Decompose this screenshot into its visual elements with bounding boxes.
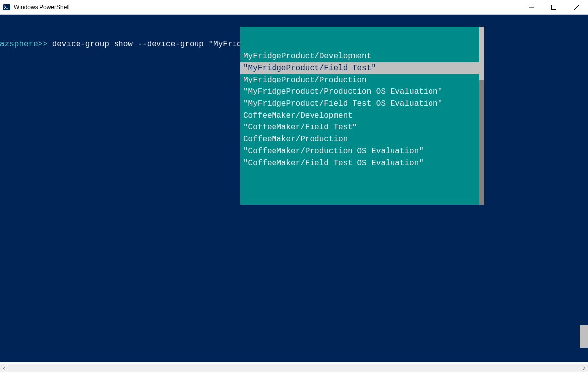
powershell-icon [3,3,11,11]
dropdown-item[interactable]: "MyFridgeProduct/Production OS Evaluatio… [240,86,484,98]
terminal-area[interactable]: azsphere>> device-group show --device-gr… [0,15,588,362]
horizontal-scrollbar[interactable] [0,364,588,372]
prompt: azsphere>> [0,40,47,49]
dropdown-scroll-thumb[interactable] [479,27,484,80]
dropdown-item[interactable]: "MyFridgeProduct/Field Test OS Evaluatio… [240,98,484,110]
scroll-left-arrow[interactable] [0,364,8,372]
close-button[interactable] [565,0,588,14]
vertical-scrollbar-thumb[interactable] [580,325,588,348]
window-title: Windows PowerShell [14,4,520,11]
command-text: device-group show --device-group [52,40,204,49]
dropdown-item[interactable]: "CoffeeMaker/Field Test OS Evaluation" [240,157,484,169]
dropdown-item[interactable]: "MyFridgeProduct/Field Test" [240,62,484,74]
window-controls [520,0,588,14]
svg-rect-3 [552,5,556,9]
scroll-right-arrow[interactable] [580,364,588,372]
dropdown-item[interactable]: MyFridgeProduct/Production [240,74,484,86]
dropdown-item[interactable]: MyFridgeProduct/Development [240,50,484,62]
dropdown-item[interactable]: CoffeeMaker/Production [240,133,484,145]
titlebar: Windows PowerShell [0,0,588,15]
maximize-button[interactable] [543,0,565,14]
minimize-button[interactable] [520,0,543,14]
dropdown-item[interactable]: "CoffeeMaker/Field Test" [240,122,484,133]
svg-rect-0 [3,4,10,10]
